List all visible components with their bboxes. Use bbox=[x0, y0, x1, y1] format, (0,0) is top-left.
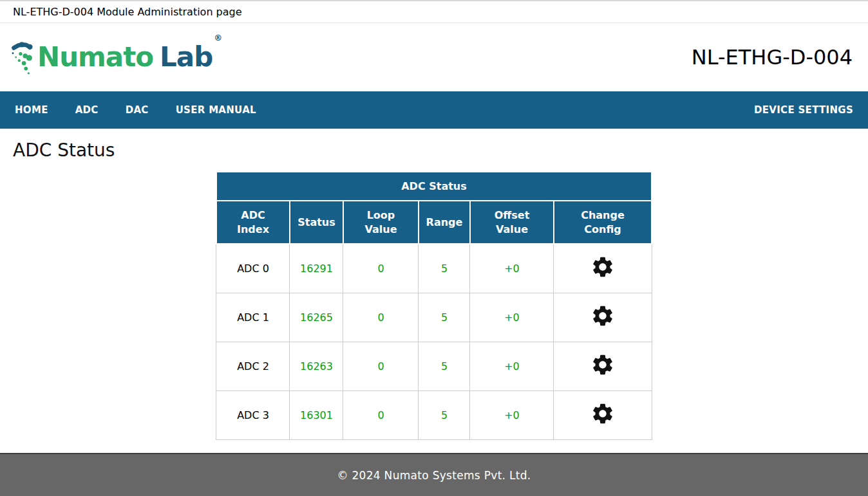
change-config-button[interactable] bbox=[590, 353, 615, 377]
nav-item-home[interactable]: HOME bbox=[15, 104, 48, 116]
col-header-status: Status bbox=[290, 201, 343, 244]
adc-index-cell: ADC 2 bbox=[216, 342, 290, 390]
adc-index-cell: ADC 3 bbox=[216, 390, 290, 439]
change-config-cell bbox=[554, 293, 652, 342]
col-header-loop-value: Loop Value bbox=[343, 201, 419, 244]
main-content: ADC Status ADC Status ADC Index Status L… bbox=[0, 129, 868, 453]
page-title-bar: NL-ETHG-D-004 Module Administration page bbox=[0, 1, 868, 23]
loop-value-cell: 0 bbox=[343, 244, 419, 293]
offset-value-cell: +0 bbox=[470, 342, 554, 390]
numato-lab-logo: NumatoLab® bbox=[10, 35, 220, 79]
offset-value-cell: +0 bbox=[470, 293, 554, 342]
logo-wordmark[interactable]: NumatoLab® bbox=[37, 44, 220, 71]
col-header-adc-index: ADC Index bbox=[216, 201, 290, 244]
header: NumatoLab® NL-ETHG-D-004 bbox=[0, 23, 868, 91]
nav-item-adc[interactable]: ADC bbox=[75, 104, 99, 116]
range-value-cell: 5 bbox=[419, 342, 470, 390]
numato-dots-icon bbox=[10, 39, 33, 79]
range-value-cell: 5 bbox=[419, 390, 470, 439]
table-header-row: ADC Index Status Loop Value Range Offset… bbox=[216, 201, 652, 244]
adc-index-cell: ADC 1 bbox=[216, 293, 290, 342]
logo-text-lab: Lab bbox=[160, 41, 212, 73]
page-title-text: NL-ETHG-D-004 Module Administration page bbox=[13, 6, 242, 18]
table-row: ADC 1 16265 0 5 +0 bbox=[216, 293, 652, 342]
logo-text-numato: Numato bbox=[37, 41, 153, 73]
gear-icon bbox=[590, 401, 615, 426]
status-value-cell: 16291 bbox=[290, 244, 343, 293]
table-row: ADC 2 16263 0 5 +0 bbox=[216, 342, 652, 390]
loop-value-cell: 0 bbox=[343, 390, 419, 439]
col-header-range: Range bbox=[419, 201, 470, 244]
gear-icon bbox=[590, 255, 615, 279]
range-value-cell: 5 bbox=[419, 244, 470, 293]
range-value-cell: 5 bbox=[419, 293, 470, 342]
gear-icon bbox=[590, 304, 615, 328]
col-header-change-config: Change Config bbox=[554, 201, 652, 244]
change-config-button[interactable] bbox=[590, 401, 615, 426]
loop-value-cell: 0 bbox=[343, 293, 419, 342]
nav-item-device-settings[interactable]: DEVICE SETTINGS bbox=[754, 104, 853, 116]
copyright-text: © 2024 Numato Systems Pvt. Ltd. bbox=[337, 469, 531, 482]
adc-status-table: ADC Status ADC Index Status Loop Value R… bbox=[216, 171, 652, 440]
col-header-offset-value: Offset Value bbox=[470, 201, 554, 244]
gear-icon bbox=[590, 353, 615, 377]
status-value-cell: 16265 bbox=[290, 293, 343, 342]
offset-value-cell: +0 bbox=[470, 390, 554, 439]
change-config-button[interactable] bbox=[590, 304, 615, 328]
status-value-cell: 16301 bbox=[290, 390, 343, 439]
table-row: ADC 0 16291 0 5 +0 bbox=[216, 244, 652, 293]
table-row: ADC 3 16301 0 5 +0 bbox=[216, 390, 652, 439]
page-heading: ADC Status bbox=[13, 140, 868, 161]
change-config-cell bbox=[554, 342, 652, 390]
main-nav: HOME ADC DAC USER MANUAL DEVICE SETTINGS bbox=[0, 91, 868, 129]
offset-value-cell: +0 bbox=[470, 244, 554, 293]
adc-index-cell: ADC 0 bbox=[216, 244, 290, 293]
nav-item-user-manual[interactable]: USER MANUAL bbox=[176, 104, 256, 116]
device-name-heading: NL-ETHG-D-004 bbox=[692, 45, 853, 69]
nav-item-dac[interactable]: DAC bbox=[126, 104, 149, 116]
change-config-button[interactable] bbox=[590, 255, 615, 279]
table-title-row: ADC Status bbox=[216, 172, 652, 201]
footer: © 2024 Numato Systems Pvt. Ltd. bbox=[0, 453, 868, 496]
change-config-cell bbox=[554, 244, 652, 293]
table-title: ADC Status bbox=[216, 172, 652, 201]
registered-trademark-symbol: ® bbox=[214, 33, 222, 42]
loop-value-cell: 0 bbox=[343, 342, 419, 390]
change-config-cell bbox=[554, 390, 652, 439]
status-value-cell: 16263 bbox=[290, 342, 343, 390]
